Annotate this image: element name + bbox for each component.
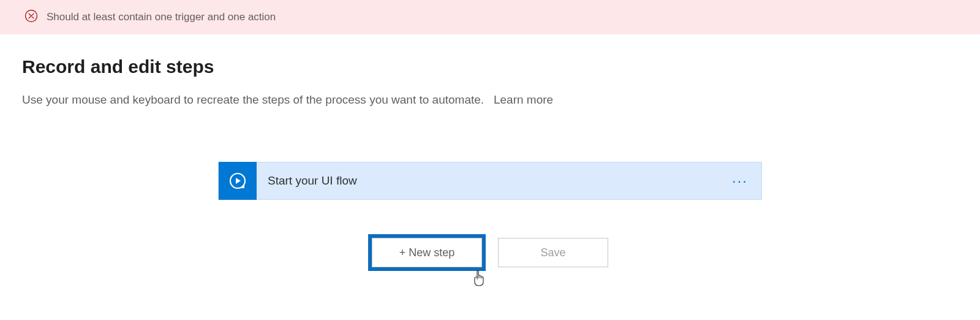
flow-start-card[interactable]: Start your UI flow ··· [218,162,762,200]
page-title: Record and edit steps [22,56,958,77]
error-banner: Should at least contain one trigger and … [0,0,980,34]
flow-start-label: Start your UI flow [257,174,732,188]
action-buttons-row: + New step Save [372,238,608,267]
learn-more-link[interactable]: Learn more [494,93,553,106]
save-button[interactable]: Save [498,238,608,267]
more-menu-button[interactable]: ··· [732,173,761,188]
error-icon [24,9,38,25]
mouse-cursor-icon [472,270,486,288]
page-description: Use your mouse and keyboard to recreate … [22,93,958,107]
flow-canvas: Start your UI flow ··· + New step Save [22,162,958,267]
error-message: Should at least contain one trigger and … [47,11,276,23]
page-content: Record and edit steps Use your mouse and… [0,34,980,267]
play-loop-icon [219,162,257,200]
new-step-button[interactable]: + New step [372,238,482,267]
page-description-text: Use your mouse and keyboard to recreate … [22,93,484,106]
